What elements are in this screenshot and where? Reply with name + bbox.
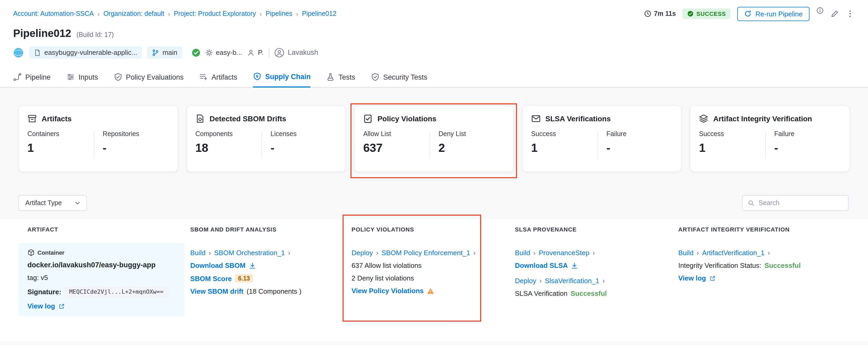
- artifact-signature-row: Signature: MEQCICde2Vjl...L+2+mqnOXw==: [27, 286, 178, 297]
- view-log-link[interactable]: View log: [27, 302, 55, 310]
- metric-label: Containers: [27, 130, 94, 138]
- stage-link[interactable]: Deploy: [351, 249, 373, 257]
- tab-label: Policy Evaluations: [126, 73, 184, 81]
- step-link[interactable]: SBOM Orchestration_1: [214, 249, 285, 257]
- card-title: Artifacts: [42, 114, 72, 123]
- branch-chip[interactable]: main: [147, 47, 182, 59]
- repo-chip[interactable]: easybuggy-vulnerable-applic...: [29, 47, 142, 59]
- metric-divider: [94, 131, 94, 159]
- step-link[interactable]: ArtifactVerification_1: [702, 249, 765, 257]
- step-link[interactable]: SBOM Policy Enforcement_1: [381, 249, 470, 257]
- sbom-drift-detail: (18 Components ): [247, 287, 302, 295]
- tab-tests[interactable]: Tests: [327, 73, 355, 87]
- external-link-icon: [709, 275, 715, 281]
- tab-label: Tests: [339, 73, 355, 81]
- info-icon: [816, 7, 824, 14]
- view-policy-violations-row: View Policy Violations: [351, 287, 515, 295]
- download-sbom-row: Download SBOM: [190, 262, 351, 269]
- rerun-label: Re-run Pipeline: [755, 10, 803, 18]
- rerun-pipeline-button[interactable]: Re-run Pipeline: [738, 7, 809, 21]
- edit-pipeline-button[interactable]: [831, 9, 839, 18]
- stage-link[interactable]: Deploy: [515, 277, 536, 285]
- download-slsa-row: Download SLSA: [515, 262, 678, 269]
- download-sbom-link[interactable]: Download SBOM: [190, 262, 245, 269]
- summary-cards: Artifacts Containers1 Repositories- Dete…: [19, 106, 849, 172]
- integrity-step-path: Build ArtifactVerification_1: [678, 249, 868, 257]
- artifacts-card-icon: [27, 114, 37, 123]
- triggered-by-user[interactable]: Lavakush: [275, 48, 318, 57]
- col-header-sbom: SBOM AND DRIFT ANALYSIS: [190, 226, 351, 233]
- status-text: SUCCESS: [696, 10, 726, 17]
- tab-label: Inputs: [79, 73, 98, 81]
- clock-icon: [644, 10, 651, 18]
- kebab-menu-icon: [846, 9, 854, 18]
- col-header-policy: POLICY VIOLATIONS: [351, 226, 515, 233]
- signature-value: MEQCICde2Vjl...L+2+mqnOXw==: [65, 286, 168, 297]
- stage-link[interactable]: Build: [515, 249, 530, 257]
- tab-policy-evaluations[interactable]: Policy Evaluations: [114, 73, 184, 87]
- metric-value: -: [271, 141, 337, 155]
- artifact-type-badge: Container: [27, 249, 178, 256]
- chevron-separator: [593, 249, 595, 257]
- security-shield-icon: [371, 73, 379, 81]
- artifact-type-dropdown[interactable]: Artifact Type: [19, 195, 87, 211]
- view-log-link[interactable]: View log: [678, 274, 706, 282]
- trigger-text: P.: [258, 49, 264, 56]
- tab-pipeline[interactable]: Pipeline: [13, 73, 51, 87]
- trigger-item[interactable]: P.: [247, 49, 264, 56]
- sbom-score-link[interactable]: SBOM Score: [190, 274, 232, 282]
- stage-link[interactable]: Build: [678, 249, 693, 257]
- pipeline-ref-item[interactable]: easy-b...: [205, 49, 242, 56]
- more-options-button[interactable]: [846, 9, 854, 18]
- card-sbom-drifts: Detected SBOM Drifts Components18 Licens…: [186, 106, 346, 172]
- slsa-verification-path: Deploy SlsaVerification_1: [515, 277, 678, 285]
- artifact-type-label: Artifact Type: [25, 199, 62, 207]
- download-icon: [248, 262, 256, 269]
- breadcrumb-project[interactable]: Project: Product Exploratory: [174, 10, 256, 18]
- breadcrumb-separator: [97, 10, 100, 18]
- metric-label: Repositories: [103, 130, 169, 138]
- tab-supply-chain[interactable]: Supply Chain: [253, 72, 311, 88]
- step-link[interactable]: SlsaVerification_1: [545, 277, 599, 285]
- policy-cell: Deploy SBOM Policy Enforcement_1 637 All…: [351, 243, 515, 316]
- view-policy-violations-link[interactable]: View Policy Violations: [351, 287, 424, 295]
- execution-meta-row: easybuggy-vulnerable-applic... main easy…: [13, 47, 868, 59]
- user-name: Lavakush: [288, 49, 318, 56]
- repository-icon: [34, 49, 41, 56]
- integrity-status-value: Successful: [765, 262, 801, 269]
- breadcrumb-account[interactable]: Account: Automation-SSCA: [13, 10, 94, 18]
- integrity-status-row: Integrity Verification Status: Successfu…: [678, 262, 868, 269]
- metric-divider: [430, 131, 430, 159]
- view-sbom-drift-link[interactable]: View SBOM drift: [190, 287, 244, 295]
- col-header-artifact: ARTIFACT: [27, 226, 190, 233]
- tab-security-tests[interactable]: Security Tests: [371, 73, 427, 87]
- metric-value: 637: [363, 141, 430, 155]
- table-header-row: ARTIFACT SBOM AND DRIFT ANALYSIS POLICY …: [27, 226, 868, 233]
- gear-icon: [205, 49, 213, 56]
- breadcrumb-pipelines[interactable]: Pipelines: [266, 10, 292, 18]
- search-box[interactable]: [742, 195, 848, 211]
- breadcrumb-pipeline012[interactable]: Pipeline012: [302, 10, 337, 18]
- stage-link[interactable]: Build: [190, 249, 206, 257]
- tab-inputs[interactable]: Inputs: [66, 73, 98, 87]
- info-button[interactable]: [816, 7, 824, 14]
- artifact-image-name: docker.io/lavakush07/easy-buggy-app: [27, 261, 178, 269]
- download-slsa-link[interactable]: Download SLSA: [515, 262, 568, 269]
- chevron-separator: [768, 249, 770, 257]
- slsa-cell: Build ProvenanceStep Download SLSA Deplo…: [515, 243, 678, 316]
- tab-artifacts[interactable]: Artifacts: [199, 73, 238, 87]
- search-input[interactable]: [758, 199, 843, 207]
- artifact-type-text: Container: [37, 250, 65, 256]
- pipeline-icon: [13, 73, 22, 81]
- metric-label: Licenses: [271, 130, 337, 138]
- breadcrumb-organization[interactable]: Organization: default: [103, 10, 164, 18]
- execution-duration: 7m 11s: [644, 10, 676, 18]
- metric-label: Success: [531, 130, 598, 138]
- sbom-cell: Build SBOM Orchestration_1 Download SBOM…: [190, 243, 351, 316]
- step-link[interactable]: ProvenanceStep: [539, 249, 589, 257]
- card-title: Detected SBOM Drifts: [210, 114, 286, 123]
- execution-tabs: Pipeline Inputs Policy Evaluations Artif…: [0, 67, 868, 88]
- build-id-label: (Build Id: 17): [76, 31, 114, 38]
- chevron-separator: [209, 249, 211, 257]
- download-icon: [571, 262, 579, 269]
